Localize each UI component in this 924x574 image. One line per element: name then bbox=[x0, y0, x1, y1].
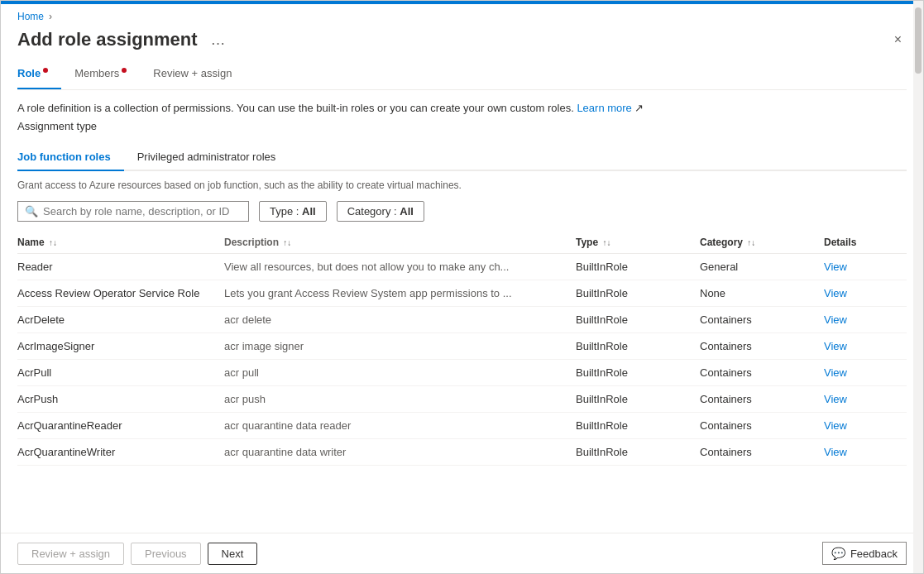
cell-category: Containers bbox=[700, 306, 824, 332]
cell-description: acr push bbox=[224, 385, 576, 412]
feedback-button[interactable]: 💬 Feedback bbox=[822, 542, 907, 565]
cell-description: View all resources, but does not allow y… bbox=[224, 253, 576, 280]
review-assign-button[interactable]: Review + assign bbox=[17, 543, 124, 565]
members-dot bbox=[122, 68, 127, 73]
role-dot bbox=[43, 68, 48, 73]
search-input[interactable] bbox=[43, 205, 242, 218]
scrollbar-thumb bbox=[915, 7, 922, 74]
col-header-name[interactable]: Name ↑↓ bbox=[17, 232, 224, 254]
cell-type: BuiltInRole bbox=[576, 332, 700, 359]
previous-button[interactable]: Previous bbox=[131, 543, 201, 565]
cell-category: None bbox=[700, 280, 824, 306]
next-button[interactable]: Next bbox=[208, 543, 258, 565]
cell-details: View bbox=[824, 332, 907, 359]
footer: Review + assign Previous Next 💬 Feedback bbox=[1, 533, 923, 573]
sort-type-icon: ↑↓ bbox=[602, 238, 610, 247]
category-filter-pill[interactable]: Category : All bbox=[337, 201, 424, 222]
view-link[interactable]: View bbox=[824, 287, 847, 299]
cell-details: View bbox=[824, 253, 907, 280]
dialog-container: Home › Add role assignment … × Role Memb… bbox=[0, 0, 924, 574]
ellipsis-button[interactable]: … bbox=[206, 30, 231, 50]
col-header-type[interactable]: Type ↑↓ bbox=[576, 232, 700, 254]
breadcrumb: Home › bbox=[1, 4, 923, 26]
table-row[interactable]: AcrPush acr push BuiltInRole Containers … bbox=[17, 385, 907, 412]
table-row[interactable]: AcrQuarantineWriter acr quarantine data … bbox=[17, 438, 907, 465]
close-button[interactable]: × bbox=[889, 31, 907, 49]
assignment-type-label: Assignment type bbox=[17, 120, 907, 132]
cell-details: View bbox=[824, 306, 907, 332]
table-row[interactable]: AcrQuarantineReader acr quarantine data … bbox=[17, 412, 907, 438]
table-row[interactable]: Access Review Operator Service Role Lets… bbox=[17, 280, 907, 306]
tab-role[interactable]: Role bbox=[17, 59, 61, 89]
roles-table-container: Name ↑↓ Description ↑↓ Type ↑↓ Categor bbox=[17, 232, 907, 533]
sub-tab-job-function[interactable]: Job function roles bbox=[17, 144, 124, 171]
cell-type: BuiltInRole bbox=[576, 359, 700, 385]
tab-review[interactable]: Review + assign bbox=[153, 59, 245, 89]
cell-description: Lets you grant Access Review System app … bbox=[224, 280, 576, 306]
cell-category: General bbox=[700, 253, 824, 280]
col-header-details: Details bbox=[824, 232, 907, 254]
view-link[interactable]: View bbox=[824, 261, 847, 273]
cell-name: AcrPush bbox=[17, 385, 224, 412]
filter-row: 🔍 Type : All Category : All bbox=[17, 201, 907, 222]
sub-tabs: Job function roles Privileged administra… bbox=[17, 142, 907, 171]
cell-type: BuiltInRole bbox=[576, 306, 700, 332]
cell-description: acr quarantine data writer bbox=[224, 438, 576, 465]
sub-tab-privileged-admin[interactable]: Privileged administrator roles bbox=[137, 144, 290, 171]
cell-description: acr image signer bbox=[224, 332, 576, 359]
tab-members[interactable]: Members bbox=[74, 59, 140, 89]
cell-details: View bbox=[824, 385, 907, 412]
content-area: Role Members Review + assign A role defi… bbox=[1, 59, 923, 533]
search-icon: 🔍 bbox=[25, 205, 38, 218]
view-link[interactable]: View bbox=[824, 419, 847, 432]
table-row[interactable]: AcrImageSigner acr image signer BuiltInR… bbox=[17, 332, 907, 359]
col-header-description[interactable]: Description ↑↓ bbox=[224, 232, 576, 254]
header-row: Add role assignment … × bbox=[1, 26, 923, 59]
view-link[interactable]: View bbox=[824, 366, 847, 379]
sort-desc-icon: ↑↓ bbox=[283, 238, 291, 247]
footer-left: Review + assign Previous Next bbox=[17, 543, 257, 565]
scrollbar[interactable] bbox=[913, 1, 923, 573]
col-header-category[interactable]: Category ↑↓ bbox=[700, 232, 824, 254]
cell-name: AcrImageSigner bbox=[17, 332, 224, 359]
view-link[interactable]: View bbox=[824, 446, 847, 458]
breadcrumb-separator: › bbox=[49, 11, 52, 22]
type-filter-pill[interactable]: Type : All bbox=[259, 201, 327, 222]
breadcrumb-home-link[interactable]: Home bbox=[17, 11, 44, 22]
cell-details: View bbox=[824, 438, 907, 465]
cell-category: Containers bbox=[700, 332, 824, 359]
view-link[interactable]: View bbox=[824, 340, 847, 352]
cell-name: AcrQuarantineWriter bbox=[17, 438, 224, 465]
table-row[interactable]: AcrPull acr pull BuiltInRole Containers … bbox=[17, 359, 907, 385]
cell-type: BuiltInRole bbox=[576, 280, 700, 306]
cell-name: Reader bbox=[17, 253, 224, 280]
cell-type: BuiltInRole bbox=[576, 412, 700, 438]
sort-name-icon: ↑↓ bbox=[49, 238, 57, 247]
table-row[interactable]: Reader View all resources, but does not … bbox=[17, 253, 907, 280]
table-row[interactable]: AcrDelete acr delete BuiltInRole Contain… bbox=[17, 306, 907, 332]
cell-description: acr delete bbox=[224, 306, 576, 332]
cell-category: Containers bbox=[700, 412, 824, 438]
cell-type: BuiltInRole bbox=[576, 438, 700, 465]
table-body: Reader View all resources, but does not … bbox=[17, 253, 907, 465]
sort-category-icon: ↑↓ bbox=[747, 238, 755, 247]
feedback-icon: 💬 bbox=[831, 547, 845, 560]
cell-type: BuiltInRole bbox=[576, 385, 700, 412]
roles-table: Name ↑↓ Description ↑↓ Type ↑↓ Categor bbox=[17, 232, 907, 466]
cell-details: View bbox=[824, 280, 907, 306]
cell-type: BuiltInRole bbox=[576, 253, 700, 280]
search-box[interactable]: 🔍 bbox=[17, 201, 249, 222]
role-description: A role definition is a collection of per… bbox=[17, 100, 907, 117]
sub-description: Grant access to Azure resources based on… bbox=[17, 179, 907, 191]
view-link[interactable]: View bbox=[824, 393, 847, 405]
cell-category: Containers bbox=[700, 385, 824, 412]
cell-name: AcrQuarantineReader bbox=[17, 412, 224, 438]
cell-name: AcrDelete bbox=[17, 306, 224, 332]
view-link[interactable]: View bbox=[824, 313, 847, 326]
cell-name: Access Review Operator Service Role bbox=[17, 280, 224, 306]
cell-description: acr pull bbox=[224, 359, 576, 385]
learn-more-link[interactable]: Learn more bbox=[577, 102, 631, 114]
main-tabs: Role Members Review + assign bbox=[17, 59, 907, 90]
cell-description: acr quarantine data reader bbox=[224, 412, 576, 438]
cell-category: Containers bbox=[700, 438, 824, 465]
